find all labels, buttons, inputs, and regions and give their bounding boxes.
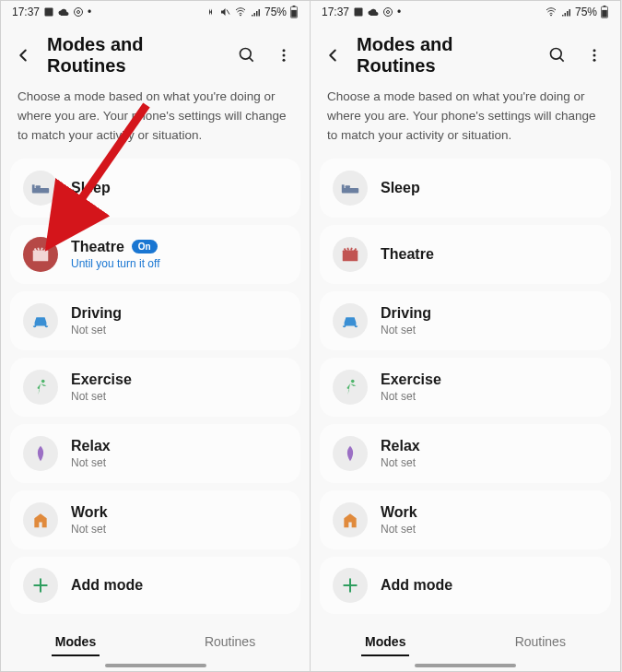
signal-icon [250, 6, 262, 18]
mode-item-sleep[interactable]: Sleep [10, 159, 300, 218]
app-header: Modes and Routines [1, 23, 310, 88]
mode-sublabel: Not set [381, 456, 420, 469]
svg-point-28 [551, 49, 562, 60]
mode-sublabel: Until you turn it off [71, 257, 160, 270]
battery-icon [289, 6, 299, 18]
plus-icon [23, 568, 58, 603]
sleep-icon [333, 171, 368, 206]
svg-point-24 [550, 15, 551, 16]
bottom-tabs: Modes Routines [1, 623, 310, 658]
mode-item-relax[interactable]: Relax Not set [320, 424, 611, 483]
mode-item-work[interactable]: Work Not set [320, 490, 611, 549]
mode-item-exercise[interactable]: Exercise Not set [10, 358, 300, 417]
search-button[interactable] [234, 42, 260, 68]
svg-point-32 [593, 59, 596, 62]
svg-line-29 [560, 58, 564, 62]
mode-label: Driving [71, 305, 122, 322]
svg-point-30 [593, 49, 596, 52]
more-button[interactable] [271, 42, 297, 68]
mode-item-driving[interactable]: Driving Not set [10, 291, 300, 350]
driving-icon [23, 303, 58, 338]
svg-rect-17 [33, 250, 49, 261]
mode-item-exercise[interactable]: Exercise Not set [320, 358, 611, 417]
mode-label-text: Theatre [71, 239, 124, 255]
vibrate-icon [205, 6, 217, 18]
mode-item-theatre[interactable]: Theatre On Until you turn it off [10, 225, 300, 284]
wifi-icon [545, 6, 557, 18]
status-bar: 17:37 • 75% [311, 1, 620, 23]
back-button[interactable] [10, 42, 36, 68]
image-icon [43, 6, 54, 18]
tab-modes[interactable]: Modes [361, 629, 409, 656]
svg-rect-8 [291, 10, 297, 18]
battery-percent: 75% [264, 6, 287, 18]
mode-item-relax[interactable]: Relax Not set [10, 424, 300, 483]
svg-point-37 [351, 380, 355, 383]
mode-label: Add mode [71, 577, 143, 594]
tab-routines[interactable]: Routines [201, 629, 259, 656]
mode-item-add[interactable]: Add mode [10, 557, 300, 614]
relax-icon [333, 436, 368, 471]
page-description: Choose a mode based on what you're doing… [1, 88, 310, 159]
mode-item-driving[interactable]: Driving Not set [320, 291, 611, 350]
mode-label: Sleep [381, 180, 420, 196]
svg-rect-36 [343, 250, 358, 261]
svg-rect-1 [45, 8, 53, 17]
modes-list: Sleep Theatre Driving Not set Exercise N… [311, 159, 620, 623]
mode-label: Relax [381, 438, 420, 454]
svg-point-5 [240, 15, 241, 16]
mode-item-theatre[interactable]: Theatre [320, 225, 611, 284]
mode-sublabel: Not set [71, 456, 111, 469]
mode-sublabel: Not set [71, 523, 108, 536]
svg-point-12 [283, 54, 286, 57]
search-button[interactable] [545, 42, 570, 68]
mode-label: Exercise [71, 371, 132, 388]
nav-handle[interactable] [415, 664, 516, 667]
cloud-icon [58, 6, 69, 18]
mode-label: Add mode [381, 577, 452, 594]
svg-line-4 [227, 10, 229, 15]
status-dot: • [88, 6, 91, 18]
svg-line-10 [250, 58, 253, 62]
tab-routines[interactable]: Routines [511, 629, 569, 656]
theatre-icon [333, 237, 368, 272]
image-icon [353, 6, 364, 18]
sleep-icon [23, 171, 58, 206]
tab-modes[interactable]: Modes [52, 629, 100, 656]
relax-icon [23, 436, 58, 471]
theatre-icon [23, 237, 58, 272]
mode-item-work[interactable]: Work Not set [10, 490, 300, 549]
mode-label: Exercise [381, 371, 441, 388]
work-icon [23, 502, 58, 537]
mute-icon [219, 6, 231, 18]
svg-rect-35 [346, 185, 351, 188]
mode-sublabel: Not set [381, 324, 431, 336]
exercise-icon [333, 370, 368, 405]
plus-icon [333, 568, 368, 603]
svg-rect-15 [32, 184, 35, 189]
app-header: Modes and Routines [311, 23, 620, 88]
svg-point-18 [41, 380, 45, 383]
exercise-icon [23, 370, 58, 405]
nav-handle[interactable] [105, 664, 206, 667]
svg-rect-34 [342, 184, 345, 189]
svg-point-11 [283, 49, 286, 52]
back-button[interactable] [320, 42, 346, 68]
more-button[interactable] [581, 42, 607, 68]
svg-rect-27 [602, 10, 607, 18]
camera-icon [382, 6, 393, 18]
work-icon [333, 502, 368, 537]
page-title: Modes and Routines [357, 34, 534, 77]
bottom-tabs: Modes Routines [311, 623, 620, 658]
phone-left: 17:37 • 75% Modes and Routines Choose a … [0, 0, 311, 672]
mode-label: Driving [381, 305, 431, 322]
svg-rect-26 [604, 6, 606, 6]
battery-icon [600, 6, 609, 18]
phone-right: 17:37 • 75% Modes and Routines Choose a … [311, 0, 621, 672]
mode-item-sleep[interactable]: Sleep [320, 159, 611, 218]
mode-item-add[interactable]: Add mode [320, 557, 611, 614]
svg-point-13 [283, 59, 286, 62]
mode-sublabel: Not set [381, 523, 417, 536]
page-title: Modes and Routines [47, 34, 223, 77]
svg-rect-33 [342, 188, 358, 194]
